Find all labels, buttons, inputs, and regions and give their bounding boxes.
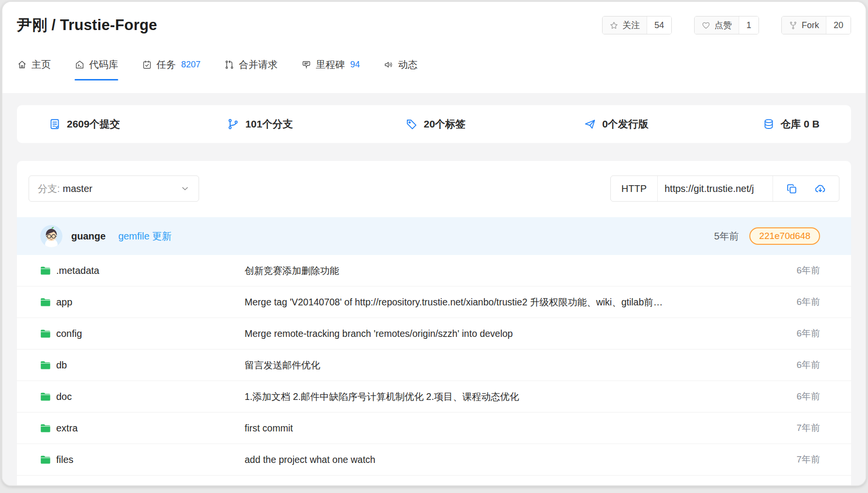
branch-value: master xyxy=(63,183,93,194)
page-title: 尹刚 / Trustie-Forge xyxy=(17,15,157,35)
folder-icon xyxy=(40,329,51,338)
table-row[interactable]: doc 1.添加文档 2.邮件中缺陷序号计算机制优化 2.项目、课程动态优化 6… xyxy=(17,381,851,413)
commit-author[interactable]: guange xyxy=(71,231,106,242)
file-name[interactable]: files xyxy=(56,454,74,465)
copy-icon[interactable] xyxy=(786,183,798,195)
commits-icon xyxy=(48,118,61,130)
content-area: 2609个提交 101个分支 20个标签 0个发行版 仓库 0 B xyxy=(2,93,866,486)
table-row[interactable]: app Merge tag 'V20140708' of http://repo… xyxy=(17,286,851,318)
tag-icon xyxy=(405,118,418,130)
latest-commit-row: guange gemfile 更新 5年前 221e70d648 xyxy=(17,217,851,255)
protocol-select[interactable]: HTTP xyxy=(611,176,657,201)
tab-merge-requests[interactable]: 合并请求 xyxy=(224,48,278,80)
app-window: 尹刚 / Trustie-Forge 关注 54 点赞 1 xyxy=(1,1,867,486)
watch-count[interactable]: 54 xyxy=(647,16,671,34)
stat-repo-size-label: 仓库 0 B xyxy=(781,117,820,131)
file-name[interactable]: db xyxy=(56,360,67,371)
file-commit-message[interactable]: first commit xyxy=(245,423,785,434)
file-browser-card: 分支: master HTTP https://git.trustie.net/… xyxy=(17,161,851,486)
file-name[interactable]: doc xyxy=(56,391,72,402)
fork-icon xyxy=(789,21,798,30)
file-commit-message[interactable]: 创新竞赛添加删除功能 xyxy=(245,264,785,277)
tab-issues-label: 任务 xyxy=(156,58,176,71)
tab-bar: 主页 代码库 任务 8207 合并请求 里程碑 94 动态 xyxy=(2,48,866,80)
header-actions: 关注 54 点赞 1 Fork 20 xyxy=(602,16,851,34)
file-time: 6年前 xyxy=(796,264,820,277)
stat-commits-label: 2609个提交 xyxy=(67,117,120,131)
avatar-image xyxy=(40,225,62,247)
file-name[interactable]: .metadata xyxy=(56,265,99,276)
stat-releases-label: 0个发行版 xyxy=(602,117,649,131)
file-name[interactable]: app xyxy=(56,297,72,308)
fork-button[interactable]: Fork 20 xyxy=(781,16,851,34)
clone-url-input[interactable]: https://git.trustie.net/j xyxy=(657,176,773,201)
file-time: 6年前 xyxy=(796,296,820,308)
praise-label: 点赞 xyxy=(714,19,732,31)
tab-repository-label: 代码库 xyxy=(89,58,118,71)
praise-count[interactable]: 1 xyxy=(739,16,759,34)
stat-branches[interactable]: 101个分支 xyxy=(227,117,405,131)
table-row[interactable]: .metadata 创新竞赛添加删除功能 6年前 xyxy=(17,255,851,286)
file-time: 6年前 xyxy=(796,327,820,340)
table-row[interactable]: config Merge remote-tracking branch 'rem… xyxy=(17,318,851,350)
stat-commits[interactable]: 2609个提交 xyxy=(48,117,227,131)
tab-milestones-label: 里程碑 xyxy=(316,58,345,71)
star-icon xyxy=(609,21,619,30)
file-name[interactable]: extra xyxy=(56,423,78,434)
stat-branches-label: 101个分支 xyxy=(245,117,293,131)
stat-repo-size[interactable]: 仓库 0 B xyxy=(762,117,820,131)
folder-icon xyxy=(40,266,51,275)
watch-button[interactable]: 关注 54 xyxy=(602,16,672,34)
repo-toolbar: 分支: master HTTP https://git.trustie.net/… xyxy=(17,175,851,202)
stat-tags-label: 20个标签 xyxy=(424,117,465,131)
fork-count[interactable]: 20 xyxy=(826,16,851,34)
chevron-down-icon xyxy=(180,184,190,193)
speaker-icon xyxy=(384,60,394,70)
folder-icon xyxy=(40,361,51,370)
tab-activity[interactable]: 动态 xyxy=(384,48,418,80)
tab-activity-label: 动态 xyxy=(398,58,418,71)
file-time: 6年前 xyxy=(796,390,820,403)
file-commit-message[interactable]: add the project what one watch xyxy=(245,454,785,465)
folder-icon xyxy=(40,298,51,307)
file-commit-message[interactable]: Merge tag 'V20140708' of http://reposito… xyxy=(245,296,785,309)
fork-label: Fork xyxy=(802,20,819,31)
commit-time: 5年前 xyxy=(714,230,739,243)
file-name[interactable]: config xyxy=(56,328,82,339)
download-icon[interactable] xyxy=(814,183,826,195)
tab-milestones[interactable]: 里程碑 94 xyxy=(301,48,360,80)
file-commit-message[interactable]: 留言发送邮件优化 xyxy=(245,359,785,372)
tab-issues[interactable]: 任务 8207 xyxy=(142,48,201,80)
repo-size-icon xyxy=(762,118,775,130)
tab-milestones-count: 94 xyxy=(350,60,360,70)
praise-button[interactable]: 点赞 1 xyxy=(694,16,759,34)
table-row[interactable]: files add the project what one watch 7年前 xyxy=(17,444,851,476)
file-time: 6年前 xyxy=(796,359,820,371)
commit-hash-badge[interactable]: 221e70d648 xyxy=(749,227,820,245)
file-time: 7年前 xyxy=(796,453,820,466)
table-row[interactable]: extra first commit 7年前 xyxy=(17,413,851,444)
branch-label: 分支: xyxy=(38,182,60,195)
folder-icon xyxy=(40,455,51,464)
tab-repository[interactable]: 代码库 xyxy=(75,48,118,80)
tab-merge-requests-label: 合并请求 xyxy=(239,58,278,71)
avatar[interactable] xyxy=(40,225,62,247)
task-icon xyxy=(142,60,152,70)
folder-icon xyxy=(40,424,51,433)
tab-home[interactable]: 主页 xyxy=(17,48,51,80)
clone-panel: HTTP https://git.trustie.net/j xyxy=(610,175,839,202)
clone-actions xyxy=(773,176,839,201)
milestone-icon xyxy=(301,60,311,70)
branch-icon xyxy=(227,118,239,130)
stat-tags[interactable]: 20个标签 xyxy=(405,117,584,131)
file-commit-message[interactable]: Merge remote-tracking branch 'remotes/or… xyxy=(245,328,785,339)
app-header: 尹刚 / Trustie-Forge 关注 54 点赞 1 xyxy=(2,2,866,48)
table-row[interactable]: db 留言发送邮件优化 6年前 xyxy=(17,350,851,381)
stat-releases[interactable]: 0个发行版 xyxy=(584,117,762,131)
folder-icon xyxy=(40,392,51,401)
commit-message-link[interactable]: gemfile 更新 xyxy=(118,230,171,243)
file-time: 7年前 xyxy=(796,422,820,434)
branch-select[interactable]: 分支: master xyxy=(29,175,199,202)
file-commit-message[interactable]: 1.添加文档 2.邮件中缺陷序号计算机制优化 2.项目、课程动态优化 xyxy=(245,390,785,403)
table-row-partial[interactable] xyxy=(17,476,851,486)
